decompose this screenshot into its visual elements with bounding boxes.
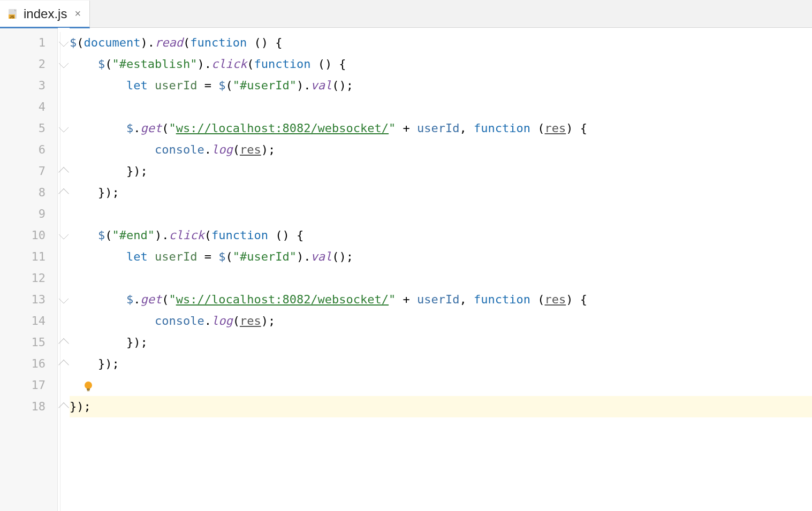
fold-row[interactable] <box>58 139 70 161</box>
fold-row[interactable] <box>58 54 70 75</box>
line-number: 15 <box>0 332 45 353</box>
fold-gutter[interactable] <box>58 28 70 511</box>
line-number: 16 <box>0 353 45 375</box>
fold-open-icon[interactable] <box>58 229 69 240</box>
code-editor[interactable]: 123456789101112131415161718 $(document).… <box>0 28 812 511</box>
code-line[interactable]: let userId = $("#userId").val(); <box>70 246 812 268</box>
svg-rect-4 <box>87 388 90 390</box>
fold-row[interactable] <box>58 332 70 353</box>
fold-row[interactable] <box>58 32 70 54</box>
fold-close-icon[interactable] <box>58 360 69 370</box>
fold-row[interactable] <box>58 75 70 96</box>
fold-row[interactable] <box>58 161 70 182</box>
tab-index-js[interactable]: JS index.js × <box>0 1 90 28</box>
line-number: 18 <box>0 396 45 417</box>
svg-point-3 <box>85 382 92 389</box>
code-line[interactable]: }); <box>70 396 812 417</box>
code-line[interactable]: let userId = $("#userId").val(); <box>70 75 812 96</box>
code-line[interactable] <box>70 375 812 396</box>
fold-row[interactable] <box>58 182 70 203</box>
tab-filename: index.js <box>24 6 67 21</box>
line-number: 2 <box>0 54 45 75</box>
line-number: 12 <box>0 268 45 289</box>
javascript-file-icon: JS <box>7 8 19 20</box>
fold-row[interactable] <box>58 375 70 396</box>
close-icon[interactable]: × <box>74 7 81 20</box>
fold-close-icon[interactable] <box>58 167 69 178</box>
line-number: 14 <box>0 310 45 332</box>
fold-open-icon[interactable] <box>58 36 69 47</box>
code-line[interactable]: $.get("ws://localhost:8082/websocket/" +… <box>70 118 812 139</box>
line-number: 3 <box>0 75 45 96</box>
fold-row[interactable] <box>58 225 70 246</box>
line-number: 17 <box>0 375 45 396</box>
code-line[interactable]: }); <box>70 332 812 353</box>
line-number: 8 <box>0 182 45 203</box>
fold-row[interactable] <box>58 96 70 118</box>
code-line[interactable] <box>70 96 812 118</box>
code-line[interactable] <box>70 268 812 289</box>
line-number: 10 <box>0 225 45 246</box>
line-number: 9 <box>0 203 45 225</box>
line-number: 6 <box>0 139 45 161</box>
fold-row[interactable] <box>58 246 70 268</box>
line-number: 4 <box>0 96 45 118</box>
line-number: 7 <box>0 161 45 182</box>
svg-text:JS: JS <box>10 15 14 19</box>
fold-row[interactable] <box>58 353 70 375</box>
fold-row[interactable] <box>58 396 70 417</box>
fold-close-icon[interactable] <box>58 188 69 199</box>
line-number: 1 <box>0 32 45 54</box>
line-number: 11 <box>0 246 45 268</box>
fold-row[interactable] <box>58 310 70 332</box>
code-line[interactable]: $(document).read(function () { <box>70 32 812 54</box>
fold-open-icon[interactable] <box>58 122 69 133</box>
line-number: 5 <box>0 118 45 139</box>
intention-bulb-icon[interactable] <box>82 378 94 390</box>
code-line[interactable]: $("#establish").click(function () { <box>70 54 812 75</box>
fold-row[interactable] <box>58 203 70 225</box>
code-area[interactable]: $(document).read(function () { $("#estab… <box>70 28 812 511</box>
code-line[interactable]: }); <box>70 182 812 203</box>
svg-rect-5 <box>87 391 90 392</box>
code-line[interactable]: }); <box>70 353 812 375</box>
fold-open-icon[interactable] <box>58 293 69 304</box>
fold-row[interactable] <box>58 289 70 310</box>
code-line[interactable]: }); <box>70 161 812 182</box>
tab-bar: JS index.js × <box>0 0 812 28</box>
line-number-gutter: 123456789101112131415161718 <box>0 28 58 511</box>
fold-open-icon[interactable] <box>58 58 69 68</box>
code-line[interactable]: console.log(res); <box>70 139 812 161</box>
fold-row[interactable] <box>58 118 70 139</box>
fold-close-icon[interactable] <box>58 402 69 413</box>
fold-close-icon[interactable] <box>58 338 69 349</box>
code-line[interactable]: $.get("ws://localhost:8082/websocket/" +… <box>70 289 812 310</box>
line-number: 13 <box>0 289 45 310</box>
code-line[interactable]: $("#end").click(function () { <box>70 225 812 246</box>
fold-row[interactable] <box>58 268 70 289</box>
code-line[interactable] <box>70 203 812 225</box>
code-line[interactable]: console.log(res); <box>70 310 812 332</box>
